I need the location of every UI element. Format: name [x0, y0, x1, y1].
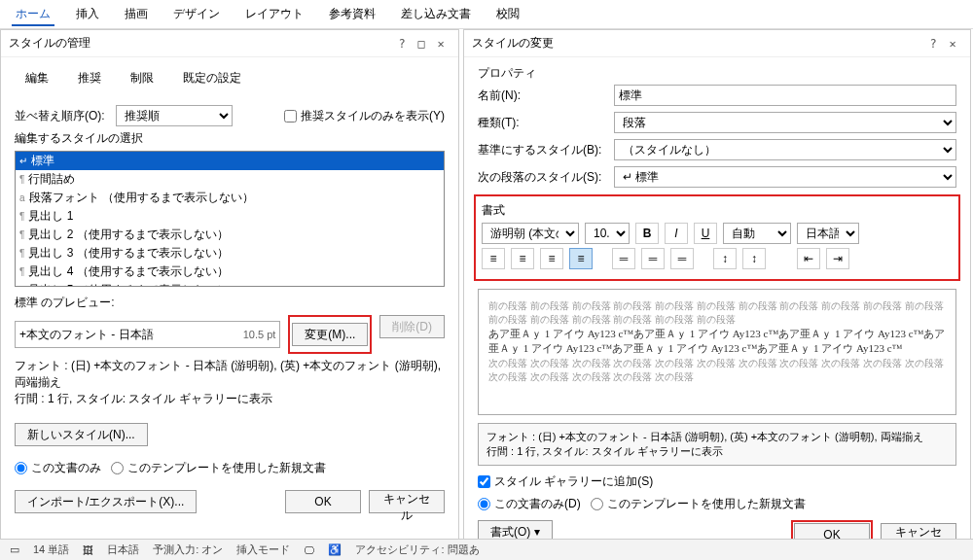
ok-button[interactable]: OK — [285, 490, 361, 513]
status-insert[interactable]: 挿入モード — [236, 542, 290, 557]
list-item: ¶見出し 4 （使用するまで表示しない） — [16, 262, 444, 281]
tab-default[interactable]: 既定の設定 — [168, 63, 256, 93]
maximize-icon[interactable]: □ — [412, 37, 431, 51]
name-input[interactable] — [614, 85, 956, 106]
align-right-icon[interactable]: ≡ — [540, 248, 563, 269]
desc-line: フォント : (日) +本文のフォント - 日本語 (游明朝), (英) +本文… — [15, 358, 445, 391]
template-radio[interactable] — [591, 498, 603, 510]
lang-icon: 🖽 — [83, 544, 93, 556]
size-select[interactable]: 10.5 — [585, 223, 630, 244]
dialog-title: スタイルの管理 — [9, 35, 392, 52]
properties-heading: プロパティ — [478, 65, 956, 82]
color-select[interactable]: 自動 — [723, 223, 791, 244]
gallery-checkbox[interactable] — [478, 475, 490, 488]
sort-label: 並べ替え順序(O): — [15, 108, 108, 124]
new-style-button[interactable]: 新しいスタイル(N)... — [15, 423, 148, 446]
doc-only-radio[interactable] — [15, 462, 27, 474]
word-count[interactable]: 14 単語 — [33, 542, 69, 557]
cancel-button[interactable]: キャンセル — [369, 490, 445, 513]
status-access[interactable]: アクセシビリティ: 問題あ — [355, 542, 479, 557]
access-icon: ♿ — [328, 543, 342, 556]
titlebar: スタイルの管理 ? □ ✕ — [1, 30, 458, 57]
tab-edit[interactable]: 編集 — [11, 63, 63, 93]
bold-button[interactable]: B — [635, 223, 659, 244]
list-item: ↵標準 — [16, 152, 444, 170]
ribbon-tab[interactable]: 描画 — [121, 4, 152, 26]
ribbon-tab[interactable]: 参考資料 — [325, 4, 379, 26]
para-after-icon[interactable]: ↕ — [742, 248, 766, 269]
sort-select[interactable]: 推奨順 — [116, 105, 233, 126]
list-item: ¶見出し 1 — [16, 207, 444, 226]
ribbon-tab[interactable]: 差し込み文書 — [397, 4, 475, 26]
help-icon[interactable]: ? — [392, 37, 412, 51]
ribbon-tab[interactable]: ホーム — [12, 4, 54, 26]
ribbon-tab[interactable]: 挿入 — [72, 4, 103, 26]
modify-button[interactable]: 変更(M)... — [292, 323, 368, 346]
next-select[interactable]: ↵ 標準 — [614, 166, 956, 188]
indent-inc-icon[interactable]: ⇥ — [826, 248, 849, 269]
display-icon: 🖵 — [304, 544, 314, 556]
format-group: 書式 游明朝 (本文のフ 10.5 B I U 自動 日本語 ≡ ≡ ≡ ≡ ═… — [474, 194, 960, 281]
base-select[interactable]: （スタイルなし） — [614, 139, 956, 160]
type-select[interactable]: 段落 — [614, 112, 956, 133]
dialog-title: スタイルの変更 — [472, 35, 923, 52]
tab-restrict[interactable]: 制限 — [116, 63, 168, 93]
name-label: 名前(N): — [478, 88, 604, 104]
ribbon-tab[interactable]: 校閲 — [492, 4, 523, 26]
list-item: ¶見出し 2 （使用するまで表示しない） — [16, 226, 444, 244]
titlebar: スタイルの変更 ? ✕ — [464, 30, 970, 57]
recommended-only-label: 推奨スタイルのみを表示(Y) — [301, 108, 445, 124]
italic-button[interactable]: I — [665, 223, 688, 244]
list-item: a段落フォント （使用するまで表示しない） — [16, 189, 444, 207]
base-label: 基準にするスタイル(B): — [478, 142, 604, 158]
edit-select-label: 編集するスタイルの選択 — [15, 130, 445, 147]
page-icon: ▭ — [10, 543, 19, 556]
style-listbox[interactable]: ↵標準 ¶行間詰め a段落フォント （使用するまで表示しない） ¶見出し 1 ¶… — [15, 151, 445, 287]
next-label: 次の段落のスタイル(S): — [478, 169, 604, 186]
format-heading: 書式 — [482, 202, 953, 219]
list-item: ¶見出し 3 （使用するまで表示しない） — [16, 244, 444, 262]
preview-label: 標準 のプレビュー: — [15, 295, 445, 311]
list-item: ¶見出し 5 （使用するまで表示しない） — [16, 281, 444, 287]
indent-dec-icon[interactable]: ⇤ — [797, 248, 820, 269]
close-icon[interactable]: ✕ — [943, 37, 962, 51]
ribbon: ホーム 挿入 描画 デザイン レイアウト 参考資料 差し込み文書 校閲 — [0, 0, 973, 29]
align-justify-icon[interactable]: ≡ — [569, 248, 593, 269]
lang-select[interactable]: 日本語 — [797, 223, 859, 244]
para-before-icon[interactable]: ↕ — [713, 248, 737, 269]
doc-only-radio[interactable] — [478, 498, 490, 510]
close-icon[interactable]: ✕ — [431, 37, 450, 51]
status-lang[interactable]: 日本語 — [107, 542, 139, 557]
desc-line: 行間 : 1 行, スタイル: スタイル ギャラリーに表示 — [15, 391, 445, 407]
tab-recommend[interactable]: 推奨 — [63, 63, 116, 93]
list-item: ¶行間詰め — [16, 170, 444, 189]
spacing2-icon[interactable]: ═ — [641, 248, 665, 269]
align-left-icon[interactable]: ≡ — [482, 248, 505, 269]
help-icon[interactable]: ? — [923, 37, 943, 51]
desc-box: フォント : (日) +本文のフォント - 日本語 (游明朝), (英) +本文… — [478, 423, 956, 466]
spacing3-icon[interactable]: ═ — [670, 248, 694, 269]
manage-styles-dialog: スタイルの管理 ? □ ✕ 編集 推奨 制限 既定の設定 並べ替え順序(O): … — [0, 29, 459, 554]
status-predict[interactable]: 予測入力: オン — [153, 542, 223, 557]
ribbon-tab[interactable]: レイアウト — [241, 4, 307, 26]
type-label: 種類(T): — [478, 115, 604, 131]
modify-style-dialog: スタイルの変更 ? ✕ プロパティ 名前(N): 種類(T): 段落 基準にする… — [463, 29, 971, 554]
preview-box: +本文のフォント - 日本語 10.5 pt — [15, 321, 280, 348]
recommended-only-checkbox[interactable] — [284, 110, 297, 122]
spacing1-icon[interactable]: ═ — [612, 248, 635, 269]
delete-button[interactable]: 削除(D) — [379, 315, 445, 338]
font-select[interactable]: 游明朝 (本文のフ — [482, 223, 579, 244]
ribbon-tab[interactable]: デザイン — [169, 4, 224, 26]
underline-button[interactable]: U — [694, 223, 717, 244]
statusbar: ▭ 14 単語 🖽 日本語 予測入力: オン 挿入モード 🖵 ♿ アクセシビリテ… — [0, 539, 973, 560]
sample-preview: 前の段落 前の段落 前の段落 前の段落 前の段落 前の段落 前の段落 前の段落 … — [478, 289, 956, 415]
import-export-button[interactable]: インポート/エクスポート(X)... — [15, 490, 197, 513]
template-radio[interactable] — [111, 462, 124, 474]
align-center-icon[interactable]: ≡ — [511, 248, 534, 269]
